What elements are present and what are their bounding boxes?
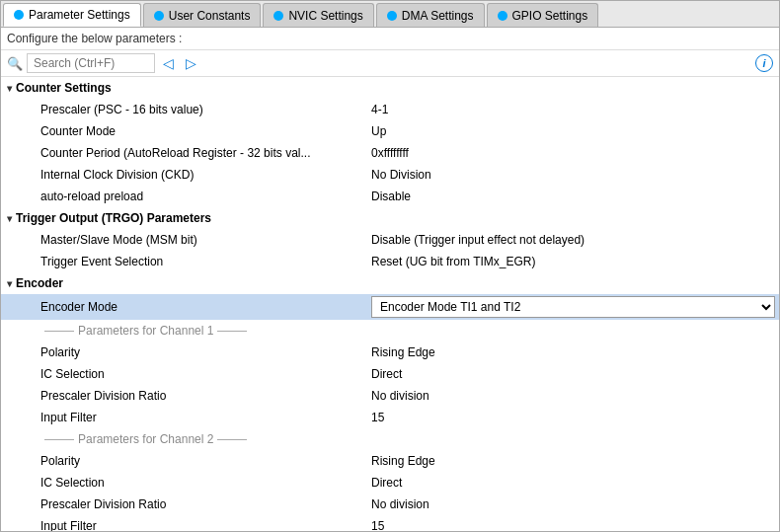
tab-parameter-settings[interactable]: Parameter Settings [3, 3, 141, 27]
param-row-ch2-polarity: Polarity Rising Edge [1, 450, 779, 472]
search-icon: 🔍 [7, 56, 23, 71]
param-row-master-slave: Master/Slave Mode (MSM bit) Disable (Tri… [1, 229, 779, 251]
param-row-ch1-polarity: Polarity Rising Edge [1, 342, 779, 363]
param-row-ch1-input-filter: Input Filter 15 [1, 407, 779, 428]
tab-gpio-settings-label: GPIO Settings [512, 9, 588, 23]
param-label-prescaler: Prescaler (PSC - 16 bits value) [1, 103, 371, 116]
tab-dot-3 [273, 11, 283, 21]
channel1-sep-label: Parameters for Channel 1 [78, 324, 213, 338]
search-input[interactable] [27, 53, 155, 73]
param-value-autoreload: Disable [371, 190, 779, 203]
encoder-mode-row: Encoder Mode Encoder Mode TI1 and TI2 En… [1, 294, 779, 320]
channel2-sep-line-left [44, 439, 74, 440]
configure-text: Configure the below parameters : [7, 32, 182, 45]
tab-nvic-settings[interactable]: NVIC Settings [263, 3, 373, 27]
encoder-header[interactable]: ▾ Encoder [1, 272, 779, 294]
encoder-mode-select[interactable]: Encoder Mode TI1 and TI2 Encoder Mode TI… [371, 296, 775, 318]
param-row-ch2-prescaler: Prescaler Division Ratio No division [1, 494, 779, 515]
param-label-master-slave: Master/Slave Mode (MSM bit) [1, 233, 371, 247]
channel2-sep-label: Parameters for Channel 2 [78, 432, 213, 446]
param-row-ch2-ic-selection: IC Selection Direct [1, 472, 779, 494]
channel2-sep-line-right [217, 439, 247, 440]
tab-dot-2 [154, 11, 164, 21]
trigger-output-label: Trigger Output (TRGO) Parameters [16, 211, 211, 225]
channel1-separator: Parameters for Channel 1 [1, 320, 779, 342]
param-row-autoreload: auto-reload preload Disable [1, 186, 779, 207]
channel1-sep-line-left [44, 331, 74, 332]
trigger-output-chevron: ▾ [7, 213, 12, 224]
tab-bar: Parameter Settings User Constants NVIC S… [1, 1, 779, 28]
param-label-ch2-input-filter: Input Filter [1, 519, 371, 531]
param-value-ch2-ic-selection: Direct [371, 476, 779, 490]
param-label-ch2-polarity: Polarity [1, 454, 371, 468]
tab-dma-settings[interactable]: DMA Settings [376, 3, 485, 27]
param-row-ch1-ic-selection: IC Selection Direct [1, 363, 779, 385]
counter-settings-header[interactable]: ▾ Counter Settings [1, 77, 779, 99]
param-label-ch1-prescaler: Prescaler Division Ratio [1, 389, 371, 403]
param-row-prescaler: Prescaler (PSC - 16 bits value) 4-1 [1, 99, 779, 120]
param-label-trigger-event: Trigger Event Selection [1, 255, 371, 268]
param-row-clock-division: Internal Clock Division (CKD) No Divisio… [1, 164, 779, 186]
encoder-mode-label: Encoder Mode [1, 300, 371, 314]
counter-settings-label: Counter Settings [16, 81, 112, 95]
param-value-ch2-polarity: Rising Edge [371, 454, 779, 468]
param-value-counter-mode: Up [371, 124, 779, 138]
param-value-master-slave: Disable (Trigger input effect not delaye… [371, 233, 779, 247]
tab-dot-5 [498, 11, 507, 21]
param-label-ch1-polarity: Polarity [1, 345, 371, 359]
param-label-autoreload: auto-reload preload [1, 190, 371, 203]
encoder-chevron: ▾ [7, 278, 12, 289]
nav-prev-button[interactable]: ◁ [159, 53, 178, 73]
encoder-label: Encoder [16, 276, 63, 290]
param-row-ch1-prescaler: Prescaler Division Ratio No division [1, 385, 779, 407]
tab-parameter-settings-label: Parameter Settings [29, 8, 130, 22]
param-label-counter-period: Counter Period (AutoReload Register - 32… [1, 146, 371, 160]
param-value-trigger-event: Reset (UG bit from TIMx_EGR) [371, 255, 779, 268]
param-value-ch1-polarity: Rising Edge [371, 345, 779, 359]
param-row-ch2-input-filter: Input Filter 15 [1, 515, 779, 531]
nav-next-button[interactable]: ▷ [182, 53, 200, 73]
param-label-counter-mode: Counter Mode [1, 124, 371, 138]
param-label-ch1-input-filter: Input Filter [1, 411, 371, 424]
param-row-counter-mode: Counter Mode Up [1, 120, 779, 142]
content-area: ▾ Counter Settings Prescaler (PSC - 16 b… [1, 77, 779, 531]
trigger-output-header[interactable]: ▾ Trigger Output (TRGO) Parameters [1, 207, 779, 229]
param-label-clock-division: Internal Clock Division (CKD) [1, 168, 371, 182]
param-value-clock-division: No Division [371, 168, 779, 182]
channel2-separator: Parameters for Channel 2 [1, 428, 779, 450]
param-value-ch1-ic-selection: Direct [371, 367, 779, 381]
info-button[interactable]: i [755, 54, 773, 72]
param-label-ch1-ic-selection: IC Selection [1, 367, 371, 381]
tab-nvic-settings-label: NVIC Settings [288, 9, 362, 23]
param-value-ch1-input-filter: 15 [371, 411, 779, 424]
tab-dma-settings-label: DMA Settings [402, 9, 474, 23]
tab-active-dot [14, 10, 24, 20]
param-value-prescaler: 4-1 [371, 103, 779, 116]
param-label-ch2-ic-selection: IC Selection [1, 476, 371, 490]
counter-settings-chevron: ▾ [7, 83, 12, 94]
param-label-ch2-prescaler: Prescaler Division Ratio [1, 497, 371, 511]
tab-user-constants[interactable]: User Constants [143, 3, 262, 27]
tab-gpio-settings[interactable]: GPIO Settings [487, 3, 599, 27]
param-value-counter-period: 0xffffffff [371, 146, 779, 160]
configure-toolbar: Configure the below parameters : [1, 28, 779, 50]
param-value-ch2-prescaler: No division [371, 497, 779, 511]
param-value-ch2-input-filter: 15 [371, 519, 779, 531]
tab-dot-4 [387, 11, 397, 21]
search-bar: 🔍 ◁ ▷ i [1, 50, 779, 77]
param-row-trigger-event: Trigger Event Selection Reset (UG bit fr… [1, 251, 779, 272]
param-row-counter-period: Counter Period (AutoReload Register - 32… [1, 142, 779, 164]
channel1-sep-line-right [217, 331, 247, 332]
param-value-ch1-prescaler: No division [371, 389, 779, 403]
tab-user-constants-label: User Constants [169, 9, 251, 23]
